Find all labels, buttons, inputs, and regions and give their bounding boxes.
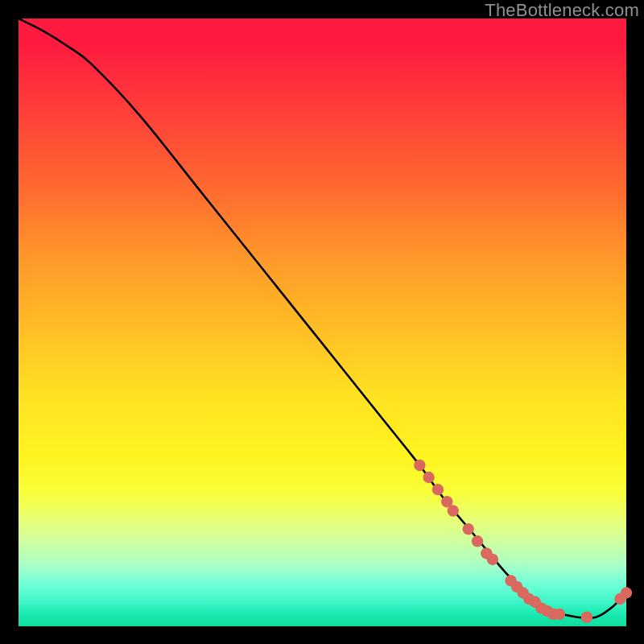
data-marker: [423, 472, 434, 483]
data-marker: [463, 523, 474, 535]
data-marker: [554, 609, 565, 620]
data-marker: [432, 484, 444, 495]
watermark-text: TheBottleneck.com: [485, 0, 639, 21]
data-marker: [472, 535, 483, 547]
data-marker: [448, 505, 459, 516]
chart-frame: [19, 19, 626, 626]
data-marker: [581, 611, 592, 622]
data-markers: [414, 460, 632, 623]
data-marker: [414, 460, 425, 471]
data-marker: [487, 554, 498, 565]
bottleneck-curve: [19, 19, 626, 618]
data-marker: [621, 587, 632, 598]
chart-svg: [19, 19, 626, 626]
